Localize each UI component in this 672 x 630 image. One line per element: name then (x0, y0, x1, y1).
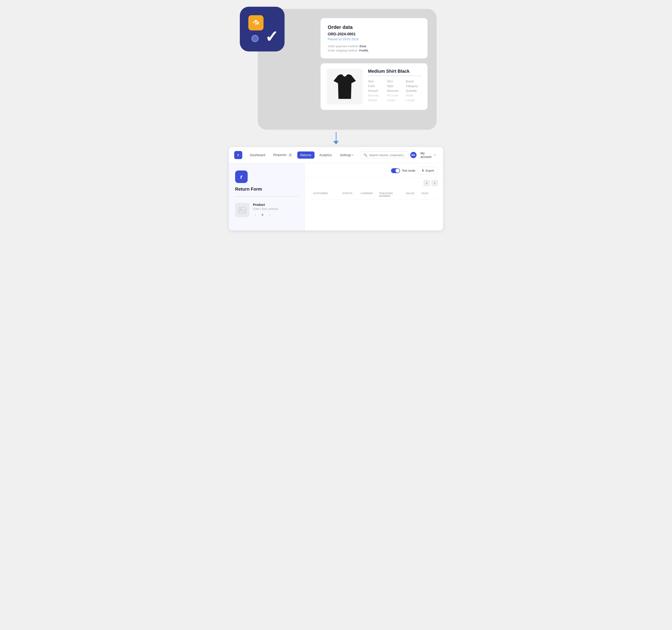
attr-barcode: Barcode (368, 94, 383, 97)
toolbar: Test mode ⬇ Export (305, 163, 443, 178)
nav-logo: r (234, 151, 242, 159)
attr-height: Height (387, 98, 403, 102)
nav-dashboard[interactable]: Dashboard (247, 151, 268, 159)
account-label: My account (421, 151, 433, 159)
settings-chevron-icon: ▾ (352, 154, 354, 156)
order-payment-row: Order payment method iDeal (328, 45, 420, 48)
test-mode-label: Test mode (402, 169, 415, 172)
col-value: VALUE (406, 192, 420, 197)
attr-quantity: Quantity (406, 89, 421, 92)
attr-hs-code: HS code (387, 94, 403, 97)
quantity-decrease-button[interactable]: ‹ (253, 212, 258, 217)
search-box[interactable]: 🔍 (360, 151, 408, 159)
order-date: Placed on 19-01-2024 (328, 38, 420, 41)
export-icon: ⬇ (422, 169, 424, 172)
table-area: < > CUSTOMER STATUS CARRIER TRACKING NUM… (305, 178, 443, 223)
pagination-prev-button[interactable]: < (424, 180, 430, 186)
product-card: Medium Shirt Black Size SKU Brand Color … (320, 63, 428, 110)
split-layout: r Return Form Product Color | Size | Amo… (229, 163, 443, 231)
pagination: < > (310, 178, 438, 186)
app-container: r Dashboard Requests 0 Returns Analytics… (229, 147, 443, 231)
attr-style: Style (387, 84, 403, 88)
order-meta: Order payment method iDeal Order shippin… (328, 45, 420, 52)
product-entry-details: Product Color | Size | Amount ‹ 0 › (253, 203, 298, 217)
order-shipping-row: Order shipping method PostNL (328, 49, 420, 52)
product-thumb-icon (235, 203, 249, 217)
arrow-head (333, 141, 339, 145)
gray-blob: ✓ Order data ORD-2024-0001 Placed on 19-… (258, 9, 437, 130)
col-status: STATUS (342, 192, 359, 197)
attr-discount: Discount (387, 89, 403, 92)
requests-badge: 0 (288, 153, 292, 157)
quantity-value: 0 (260, 213, 265, 217)
order-card-title: Order data (328, 24, 420, 30)
product-name: Medium Shirt Black (368, 69, 421, 74)
product-entry-name: Product (253, 203, 298, 207)
test-mode-toggle-container: Test mode (391, 168, 415, 173)
attr-size: Size (368, 80, 383, 83)
quantity-increase-button[interactable]: › (267, 212, 272, 217)
attr-category: Category (406, 84, 421, 88)
attr-sku: SKU (387, 80, 403, 83)
return-form-logo: r (235, 170, 248, 183)
nav-account[interactable]: My account ▾ (418, 150, 438, 160)
order-id: ORD-2024-0001 (328, 32, 420, 37)
table-empty-state (310, 200, 438, 218)
return-form-title: Return Form (235, 187, 298, 192)
account-chevron-icon: ▾ (434, 154, 435, 156)
attr-color: Color (368, 84, 383, 88)
nav-returns[interactable]: Returns (297, 151, 314, 159)
order-card: Order data ORD-2024-0001 Placed on 19-01… (320, 18, 428, 58)
table-header: CUSTOMER STATUS CARRIER TRACKING NUMBER … (310, 190, 438, 200)
search-icon: 🔍 (363, 153, 367, 157)
pagination-next-button[interactable]: > (432, 180, 438, 186)
navbar: r Dashboard Requests 0 Returns Analytics… (229, 147, 443, 163)
svg-rect-0 (239, 207, 246, 213)
col-customer: CUSTOMER (313, 192, 340, 197)
shipping-label: Order shipping method (328, 49, 357, 52)
attr-length: Length (406, 98, 421, 102)
attr-width: Width (406, 94, 421, 97)
arrow-line (336, 132, 336, 141)
shipping-value: PostNL (359, 49, 369, 52)
product-details: Medium Shirt Black Size SKU Brand Color … (368, 69, 421, 104)
attr-brand: Brand (406, 80, 421, 83)
product-divider (368, 76, 421, 76)
avatar: MA (410, 152, 416, 158)
down-arrow (333, 132, 339, 145)
quantity-control: ‹ 0 › (253, 212, 298, 217)
col-tracking: TRACKING NUMBER (379, 192, 404, 197)
product-entry: Product Color | Size | Amount ‹ 0 › (235, 203, 298, 217)
product-entry-attrs: Color | Size | Amount (253, 208, 298, 211)
nav-requests[interactable]: Requests 0 (270, 151, 295, 159)
product-image (327, 69, 363, 104)
nav-settings[interactable]: Settings ▾ (337, 151, 357, 159)
main-content: Test mode ⬇ Export < > CUSTOMER STATUS C… (305, 163, 443, 231)
payment-label: Order payment method (328, 45, 358, 48)
illustration-area: ✓ Order data ORD-2024-0001 Placed on 19-… (235, 4, 437, 130)
export-label: Export (426, 169, 434, 172)
return-form-panel: r Return Form Product Color | Size | Amo… (229, 163, 305, 231)
return-form-divider (235, 196, 298, 197)
arrow-connector (333, 132, 339, 145)
attr-weight: Weight (368, 98, 383, 102)
product-attributes: Size SKU Brand Color Style Category Amou… (368, 80, 421, 102)
search-input[interactable] (369, 153, 405, 157)
test-mode-toggle[interactable] (391, 168, 400, 173)
col-carrier: CARRIER (361, 192, 377, 197)
svg-point-1 (240, 208, 242, 210)
nav-analytics[interactable]: Analytics (316, 151, 335, 159)
payment-value: iDeal (359, 45, 366, 48)
app-icon: ✓ (240, 7, 285, 51)
export-button[interactable]: ⬇ Export (418, 167, 438, 174)
col-tags: TAGS (421, 192, 435, 197)
attr-amount: Amount (368, 89, 383, 92)
